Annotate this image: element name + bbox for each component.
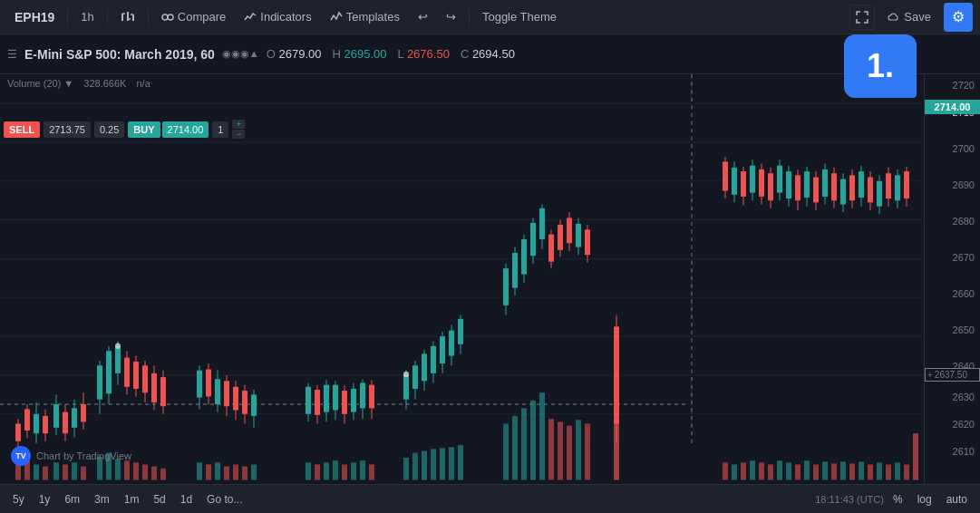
svg-rect-74 <box>333 385 338 411</box>
symbol-button[interactable]: EPH19 <box>7 6 62 28</box>
svg-rect-54 <box>197 371 202 398</box>
timeframe-1y[interactable]: 1y <box>34 490 56 508</box>
chart-title: E-Mini S&P 500: March 2019, 60 <box>24 47 215 62</box>
svg-rect-180 <box>206 464 211 479</box>
svg-rect-224 <box>831 463 837 479</box>
quantity-controls: + − <box>232 120 245 139</box>
undo-button[interactable]: ↩ <box>411 6 435 27</box>
svg-rect-142 <box>822 169 828 197</box>
chart-main[interactable]: Volume (20) ▼ 328.666K n/a SELL 2713.75 … <box>0 74 924 513</box>
interval-button[interactable]: 1h <box>73 6 101 27</box>
low-value: L 2676.50 <box>398 47 450 61</box>
svg-rect-56 <box>206 370 211 397</box>
timeframe-5d[interactable]: 5d <box>148 490 170 508</box>
redo-button[interactable]: ↪ <box>439 6 463 27</box>
svg-rect-214 <box>741 462 746 479</box>
svg-rect-213 <box>732 464 737 479</box>
svg-rect-38 <box>97 365 102 399</box>
svg-rect-220 <box>795 464 800 479</box>
price-2700: 2700 <box>953 143 975 154</box>
svg-rect-181 <box>215 462 220 479</box>
log-toggle[interactable]: log <box>912 490 937 508</box>
compare-icon <box>161 11 174 24</box>
templates-button[interactable]: Templates <box>323 6 407 27</box>
svg-rect-189 <box>333 460 338 479</box>
gear-icon: ⚙ <box>952 8 965 25</box>
spread-value: 0.25 <box>94 121 124 138</box>
svg-rect-187 <box>315 464 320 479</box>
svg-rect-215 <box>750 460 755 479</box>
percent-toggle[interactable]: % <box>888 490 908 508</box>
svg-rect-68 <box>306 387 311 414</box>
quantity-increase[interactable]: + <box>232 120 245 129</box>
svg-rect-216 <box>759 462 764 479</box>
timeframe-5y[interactable]: 5y <box>7 490 30 508</box>
svg-rect-108 <box>548 235 554 262</box>
svg-rect-205 <box>539 392 545 479</box>
svg-rect-197 <box>431 449 436 479</box>
chart-header: ☰ E-Mini S&P 500: March 2019, 60 ◉◉◉▲ O … <box>0 34 980 74</box>
bars-button[interactable] <box>113 6 142 28</box>
chart-menu-icon[interactable]: ☰ <box>7 48 17 61</box>
svg-rect-138 <box>804 171 810 198</box>
timeframe-1m[interactable]: 1m <box>119 490 145 508</box>
timeframe-1d[interactable]: 1d <box>175 490 198 508</box>
svg-rect-228 <box>868 464 873 479</box>
bars-icon <box>121 10 135 24</box>
save-button[interactable]: Save <box>878 6 940 27</box>
svg-rect-104 <box>530 223 536 256</box>
settings-button[interactable]: ⚙ <box>944 3 973 32</box>
svg-rect-150 <box>859 171 864 198</box>
svg-rect-156 <box>886 173 891 198</box>
svg-rect-128 <box>759 169 764 197</box>
high-value: H 2695.00 <box>332 47 386 61</box>
svg-rect-193 <box>369 464 374 479</box>
svg-rect-36 <box>81 404 86 421</box>
svg-rect-204 <box>530 401 536 480</box>
chart-canvas[interactable]: 24 25 27 29 30 31 3 18:00 2019-01-31 14:… <box>0 74 924 513</box>
svg-rect-28 <box>43 416 48 433</box>
svg-rect-190 <box>342 464 347 479</box>
timeframe-6m[interactable]: 6m <box>59 490 85 508</box>
timestamp: 18:11:43 (UTC) <box>815 494 884 505</box>
svg-rect-199 <box>449 447 454 479</box>
svg-rect-130 <box>768 173 773 200</box>
sell-button[interactable]: SELL <box>4 121 40 138</box>
svg-rect-160 <box>904 171 909 198</box>
svg-rect-225 <box>840 461 846 479</box>
chart-icons: ◉◉◉▲ <box>222 48 259 60</box>
svg-rect-106 <box>539 208 545 239</box>
goto-button[interactable]: Go to... <box>201 490 247 508</box>
svg-rect-122 <box>732 168 737 195</box>
toggle-theme-button[interactable]: Toggle Theme <box>475 6 564 27</box>
svg-rect-116 <box>585 229 590 255</box>
svg-rect-194 <box>403 458 409 480</box>
svg-rect-66 <box>251 394 257 416</box>
svg-rect-132 <box>777 166 782 193</box>
indicators-button[interactable]: Indicators <box>237 6 318 27</box>
quantity-display: 1 <box>212 121 228 138</box>
buy-section: BUY 2714.00 <box>128 121 209 138</box>
svg-rect-140 <box>813 178 819 203</box>
volume-label: Volume (20) ▼ 328.666K n/a <box>7 78 150 89</box>
svg-rect-198 <box>440 448 445 479</box>
svg-rect-202 <box>512 416 518 480</box>
svg-rect-195 <box>412 453 418 480</box>
svg-rect-22 <box>15 423 21 440</box>
svg-point-6 <box>162 15 168 20</box>
quantity-decrease[interactable]: − <box>232 130 245 139</box>
svg-rect-60 <box>224 381 229 406</box>
timeframe-3m[interactable]: 3m <box>89 490 115 508</box>
svg-rect-182 <box>224 467 229 480</box>
separator-2 <box>107 8 108 26</box>
auto-toggle[interactable]: auto <box>941 490 973 508</box>
svg-rect-42 <box>115 346 121 373</box>
svg-rect-231 <box>895 462 900 479</box>
svg-rect-90 <box>431 346 436 373</box>
buy-button[interactable]: BUY <box>128 121 160 138</box>
svg-rect-64 <box>242 391 247 414</box>
compare-button[interactable]: Compare <box>154 6 233 27</box>
svg-rect-222 <box>813 464 819 479</box>
svg-rect-92 <box>440 336 445 363</box>
fullscreen-button[interactable] <box>849 5 875 30</box>
